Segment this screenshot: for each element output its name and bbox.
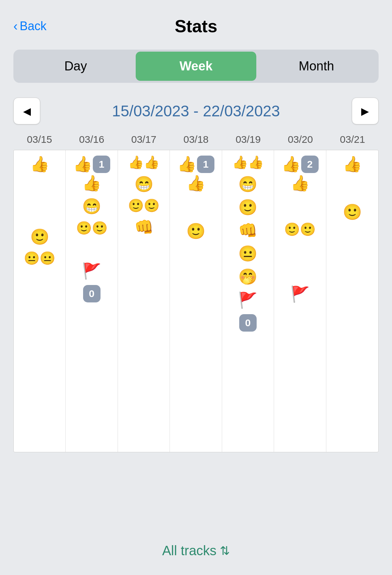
day-col-0320: 👍2👍 🙂🙂 🚩 [274,150,326,452]
thumbsup-0316: 👍1👍 [67,155,116,192]
all-tracks-button[interactable]: All tracks ⇅ [162,543,230,558]
grin-0316: 😁 [67,197,116,216]
day-col-0318: 👍1👍 🙂 [170,150,222,452]
flag-0319: 🚩 [223,291,272,309]
fist-0319: 👊 [223,221,272,240]
day-col-0321: 👍 🙂 [326,150,378,452]
segmented-control: Day Week Month [13,50,379,83]
prev-arrow-button[interactable]: ◀ [13,98,40,124]
next-arrow-button[interactable]: ▶ [352,98,379,124]
thumbsup-0319: 👍👍 [223,155,272,170]
smile-0320: 🙂🙂 [275,222,324,237]
smile-0319: 🙂 [223,198,272,217]
badge-0318: 1 [197,156,214,173]
next-arrow-icon: ▶ [361,105,369,117]
back-button[interactable]: ‹ Back [13,19,47,34]
smile-0321: 🙂 [328,203,377,221]
badge-0316: 1 [93,156,110,173]
flag-0316: 🚩 [67,262,116,280]
day-col-0316: 👍1👍 😁 🙂🙂 🚩 0 [66,150,118,452]
day-label-0317: 03/17 [118,131,170,148]
smile-0316: 🙂🙂 [67,221,116,236]
day-label-0321: 03/21 [326,131,379,148]
thumbsup-0318: 👍1👍 [171,155,220,192]
all-tracks-label: All tracks [162,543,216,558]
date-range-label: 15/03/2023 - 22/03/2023 [112,102,280,120]
day-label-0315: 03/15 [13,131,66,148]
badge-zero-0319: 0 [223,314,272,332]
date-navigation: ◀ 15/03/2023 - 22/03/2023 ▶ [0,91,392,131]
chevron-updown-icon: ⇅ [220,544,230,558]
day-labels-row: 03/15 03/16 03/17 03/18 03/19 03/20 03/2… [0,131,392,148]
day-label-0318: 03/18 [170,131,222,148]
neutral-0319: 😐 [223,244,272,263]
smile-0317: 🙂🙂 [119,198,168,214]
header: ‹ Back Stats [0,0,392,44]
day-col-0319: 👍👍 😁 🙂 👊 😐 🤭 🚩 0 [222,150,274,452]
tab-day[interactable]: Day [15,52,136,81]
day-label-0316: 03/16 [66,131,118,148]
back-chevron-icon: ‹ [13,19,18,34]
grin-0317: 😁 [119,175,168,193]
smile-0318: 🙂 [171,222,220,240]
zero-badge-0316: 0 [83,285,101,302]
calendar-grid: 👍 🙂 😐😐 👍1👍 😁 🙂🙂 🚩 0 👍👍 😁 🙂🙂 👊 👍1👍 🙂 [13,150,379,452]
fist-0317: 👊 [119,218,168,236]
day-label-0319: 03/19 [222,131,274,148]
face-hand-0319: 🤭 [223,268,272,286]
day-col-0317: 👍👍 😁 🙂🙂 👊 [118,150,170,452]
page-title: Stats [175,16,217,36]
footer: All tracks ⇅ [0,533,392,575]
prev-arrow-icon: ◀ [23,105,31,117]
tab-week[interactable]: Week [136,52,256,81]
tab-month[interactable]: Month [256,52,377,81]
thumbsup-0315: 👍 [15,155,64,173]
day-label-0320: 03/20 [274,131,327,148]
badge-zero-0316: 0 [67,285,116,302]
thumbsup-0321: 👍 [328,155,377,173]
thumbsup-0320: 👍2👍 [275,155,324,192]
back-label: Back [20,19,47,33]
zero-badge-0319: 0 [239,314,257,332]
neutral-0315: 😐😐 [15,251,64,266]
thumbsup-0317: 👍👍 [119,155,168,170]
grin-0319: 😁 [223,175,272,193]
flag-0320: 🚩 [275,285,324,303]
day-col-0315: 👍 🙂 😐😐 [14,150,66,452]
badge-0320: 2 [301,156,319,173]
smiley-0315: 🙂 [15,228,64,246]
